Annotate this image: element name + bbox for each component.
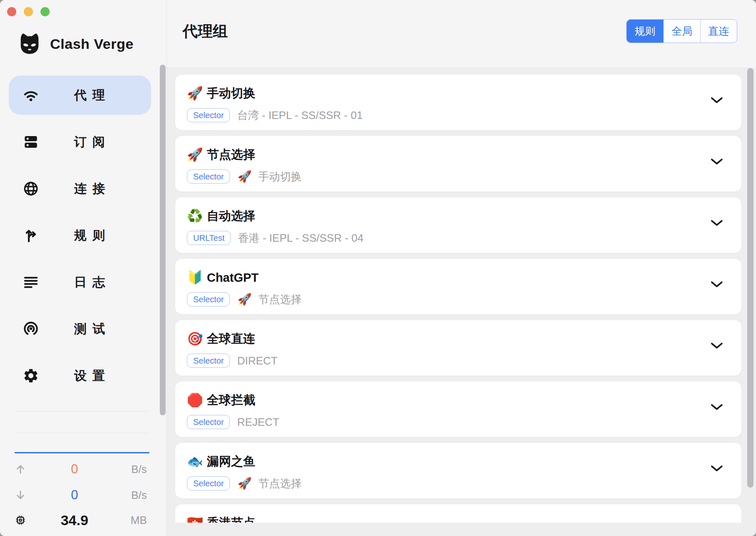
page-title: 代理组 [183, 19, 228, 43]
main-header: 代理组 规则 全局 直连 [167, 0, 756, 68]
zoom-window-button[interactable] [40, 7, 50, 16]
fork-icon [22, 227, 40, 244]
group-sub-row: Selector DIRECT [187, 353, 741, 369]
app-logo: Clash Verge [18, 32, 134, 56]
sidebar-item-label: 代理 [40, 87, 151, 104]
main-scrollbar[interactable] [747, 68, 753, 488]
group-emoji: 🐟 [187, 453, 203, 470]
current-node-emoji: 🚀 [237, 477, 252, 490]
proxy-group-card[interactable]: 🔰 ChatGPT Selector 🚀 节点选择 [175, 259, 741, 314]
clash-verge-window: Clash Verge 代理 订阅 连接 [0, 0, 756, 536]
sidebar-item-connections[interactable]: 连接 [9, 169, 151, 208]
sidebar-item-label: 设置 [40, 367, 151, 384]
download-value: 0 [29, 488, 120, 503]
chevron-down-icon[interactable] [711, 281, 723, 288]
app-title: Clash Verge [50, 36, 134, 52]
download-stat: 0 B/s [15, 483, 147, 507]
group-emoji: 🛑 [187, 392, 203, 409]
group-title-row: 🐟 漏网之鱼 [187, 453, 741, 470]
proxy-group-card[interactable]: 🇭🇰 香港节点 [175, 504, 741, 523]
group-name: 自动选择 [207, 208, 255, 225]
upload-unit: B/s [120, 463, 147, 476]
proxy-group-list: 🚀 手动切换 Selector 台湾 - IEPL - SS/SSR - 01 … [167, 68, 756, 523]
current-node-name: 节点选择 [258, 476, 302, 491]
chevron-down-icon[interactable] [711, 220, 723, 226]
sidebar-item-label: 日志 [40, 274, 151, 291]
arrow-down-icon [15, 489, 29, 501]
chevron-down-icon[interactable] [711, 404, 723, 410]
current-node-name: REJECT [237, 416, 279, 429]
group-title-row: 🇭🇰 香港节点 [187, 515, 741, 523]
memory-value: 34.9 [29, 512, 120, 528]
group-type-badge: Selector [187, 292, 230, 306]
proxy-group-card[interactable]: ♻️ 自动选择 URLTest 香港 - IEPL - SS/SSR - 04 [175, 197, 741, 253]
current-node-emoji: 🚀 [237, 170, 252, 183]
group-name: ChatGPT [207, 271, 259, 285]
sidebar-item-label: 订阅 [40, 134, 151, 151]
proxy-group-card[interactable]: 🛑 全球拦截 Selector REJECT [175, 382, 741, 437]
signal-icon [22, 320, 40, 338]
close-window-button[interactable] [7, 7, 16, 16]
group-emoji: 🎯 [187, 331, 203, 347]
minimize-window-button[interactable] [24, 7, 33, 16]
sidebar-scrollbar[interactable] [160, 65, 166, 415]
upload-stat: 0 B/s [15, 458, 147, 481]
chevron-down-icon[interactable] [711, 465, 723, 472]
lines-icon [22, 273, 40, 291]
group-name: 全球直连 [207, 331, 255, 347]
group-name: 香港节点 [207, 515, 255, 523]
sidebar-item-rules[interactable]: 规则 [9, 216, 151, 255]
proxy-group-card[interactable]: 🚀 手动切换 Selector 台湾 - IEPL - SS/SSR - 01 [175, 75, 741, 130]
proxy-mode-toggle-group: 规则 全局 直连 [626, 19, 737, 43]
group-type-badge: URLTest [187, 231, 231, 245]
group-name: 漏网之鱼 [207, 453, 255, 470]
current-node-emoji: 🚀 [237, 293, 252, 306]
sidebar-nav: 代理 订阅 连接 规则 [9, 76, 151, 403]
chevron-down-icon[interactable] [711, 97, 723, 104]
current-node-name: DIRECT [237, 354, 277, 367]
mode-button-direct[interactable]: 直连 [700, 20, 737, 43]
group-title-row: ♻️ 自动选择 [187, 208, 741, 225]
arrow-up-icon [15, 463, 29, 475]
chevron-down-icon[interactable] [711, 158, 723, 165]
traffic-graph-baseline [15, 452, 149, 453]
wifi-icon [22, 86, 40, 104]
divider [15, 411, 149, 412]
sidebar-item-test[interactable]: 测试 [9, 309, 151, 349]
group-sub-row: Selector 台湾 - IEPL - SS/SSR - 01 [187, 107, 741, 123]
chevron-down-icon[interactable] [711, 342, 723, 349]
proxy-group-card[interactable]: 🐟 漏网之鱼 Selector 🚀 节点选择 [175, 443, 741, 498]
group-title-row: 🎯 全球直连 [187, 331, 741, 347]
group-name: 节点选择 [207, 147, 255, 163]
mode-button-global[interactable]: 全局 [663, 20, 700, 43]
sidebar: Clash Verge 代理 订阅 连接 [0, 0, 166, 536]
proxy-group-card[interactable]: 🚀 节点选择 Selector 🚀 手动切换 [175, 136, 741, 192]
sidebar-item-profiles[interactable]: 订阅 [9, 122, 151, 162]
group-emoji: 🚀 [187, 85, 203, 102]
gear-icon [22, 367, 40, 384]
group-emoji: ♻️ [187, 208, 203, 225]
group-title-row: 🔰 ChatGPT [187, 269, 741, 286]
sidebar-item-logs[interactable]: 日志 [9, 263, 151, 302]
sidebar-item-settings[interactable]: 设置 [9, 356, 151, 395]
sidebar-item-label: 连接 [40, 180, 151, 197]
group-type-badge: Selector [187, 108, 230, 122]
group-name: 手动切换 [207, 85, 255, 102]
upload-value: 0 [29, 462, 120, 477]
sidebar-item-proxies[interactable]: 代理 [9, 76, 151, 115]
mode-button-rule[interactable]: 规则 [627, 20, 663, 43]
group-sub-row: Selector 🚀 节点选择 [187, 475, 741, 491]
window-controls [7, 7, 50, 16]
current-node-name: 香港 - IEPL - SS/SSR - 04 [238, 231, 363, 245]
subscription-icon [22, 133, 40, 151]
group-emoji: 🇭🇰 [187, 515, 203, 523]
group-sub-row: URLTest 香港 - IEPL - SS/SSR - 04 [187, 230, 741, 246]
group-title-row: 🚀 手动切换 [187, 85, 741, 102]
globe-icon [22, 180, 40, 197]
proxy-group-card[interactable]: 🎯 全球直连 Selector DIRECT [175, 320, 741, 376]
group-type-badge: Selector [187, 169, 230, 184]
chip-icon [15, 514, 29, 526]
memory-stat[interactable]: 34.9 MB [15, 508, 147, 532]
group-sub-row: Selector 🚀 节点选择 [187, 291, 741, 307]
group-emoji: 🚀 [187, 147, 203, 163]
